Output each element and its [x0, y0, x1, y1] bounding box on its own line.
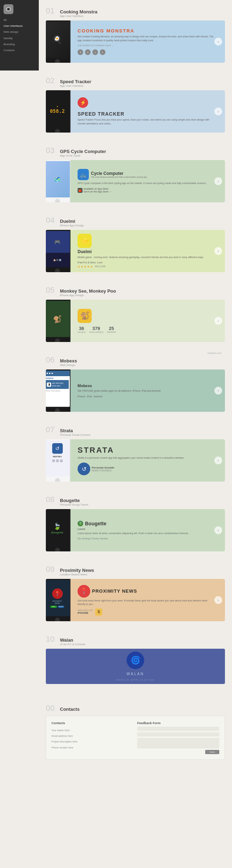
- star-1: ★: [78, 265, 80, 268]
- project-04-card-title: Duelmi: [78, 249, 214, 254]
- project-01-social: f t i r: [78, 49, 214, 55]
- feedback-form-title: Feedback Form: [137, 721, 219, 725]
- instagram-icon[interactable]: i: [92, 49, 98, 55]
- project-07-desc: Strata is a personal content app that ag…: [78, 456, 214, 460]
- project-10-title: Walan: [60, 637, 85, 643]
- project-04-number: 04: [46, 216, 56, 225]
- mobexs-dot-2: [49, 373, 50, 374]
- project-05-next[interactable]: ›: [214, 317, 222, 325]
- project-01-next[interactable]: ›: [214, 38, 222, 45]
- platform-android: Android: [94, 395, 102, 398]
- project-03-next[interactable]: ›: [214, 177, 222, 185]
- project-09-info: Proximity News Location Based News: [60, 568, 94, 576]
- phone-09-mockup: 📍 PROXIMITYNEWS FREE REPORT: [46, 579, 71, 621]
- sidebar-item-identity[interactable]: Identity: [4, 36, 35, 41]
- project-06-number: 06: [46, 355, 56, 365]
- sidebar-item-ui[interactable]: User Interfaces: [4, 24, 35, 28]
- contact-item-2: Email address here: [51, 734, 134, 738]
- project-09-next[interactable]: ›: [214, 596, 222, 604]
- appstore-badge[interactable]: 🍎 Available on App Store Get it on the A…: [78, 188, 214, 194]
- project-04-subtitle: iPhone App Design: [60, 224, 84, 227]
- sidebar-item-branding[interactable]: Branding: [4, 42, 35, 47]
- project-02-subtitle: App User Interface: [60, 84, 91, 87]
- phone-01-screen: 🍳: [46, 22, 70, 58]
- project-02-info: Speed Tracker App User Interface: [60, 79, 91, 87]
- project-03-title: GPS Cycle Computer: [60, 149, 106, 154]
- project-01-number: 01: [46, 6, 56, 16]
- project-06-title: Mobexs: [60, 358, 77, 363]
- sidebar-item-all[interactable]: All: [4, 18, 35, 22]
- project-01-header: 01 Cooking Monstra App User Interface: [39, 0, 232, 20]
- project-06-info: Mobexs Web Design: [60, 358, 77, 367]
- growth-label: Personal Growth: [92, 466, 114, 469]
- project-07-next[interactable]: ›: [214, 457, 222, 464]
- project-10-number: 10: [46, 635, 56, 644]
- project-03-card-title: Cycle Computer: [91, 171, 147, 176]
- project-04-card: 🎮 🏠⚔️🛡️ ⭐ Duelmi Mobile game - coming so…: [46, 230, 225, 272]
- appstore-text: Available on App Store Get it on the App…: [84, 188, 112, 194]
- project-06-desc: WE PROVIDE great mobile apps for all pla…: [78, 389, 214, 393]
- project-07-info: Strata Personal Social Content: [60, 428, 90, 436]
- form-submit-button[interactable]: Send: [205, 750, 219, 754]
- contacts-info: Contacts: [60, 707, 80, 712]
- project-07-content: STRATA Strata is a personal content app …: [76, 446, 214, 476]
- phone-08-home: [55, 548, 60, 551]
- phone-09-screen: 📍 PROXIMITYNEWS FREE REPORT: [46, 580, 70, 616]
- contacts-number: 00: [46, 704, 56, 713]
- project-proximity: 09 Proximity News Location Based News 📍 …: [39, 558, 232, 621]
- project-06-bg: Mobexs WE PROVIDE great mobile apps for …: [65, 369, 225, 412]
- phone-04-mockup: 🎮 🏠⚔️🛡️: [46, 230, 71, 272]
- form-field-1[interactable]: [137, 727, 219, 731]
- facebook-icon[interactable]: f: [78, 49, 83, 55]
- project-09-content: 📍 PROXIMITY NEWS Get local news items ri…: [76, 585, 214, 616]
- project-08-next[interactable]: ›: [214, 526, 222, 534]
- sidebar-item-contacts[interactable]: Contacts: [4, 48, 35, 53]
- project-08-info: Bougette Personal Group Travel: [60, 498, 88, 506]
- phone-07-screen: ↺ NEW IDEA: [46, 440, 70, 477]
- project-05-subtitle: iPhone App Design: [60, 294, 116, 297]
- proximity-availability: AVAILABLE ON IPHONE S: [78, 609, 214, 616]
- phone-06-mockup: MOBEXS 📱 WE PROVIDEgreat apps iPhone • i…: [46, 369, 71, 412]
- sidebar-item-web[interactable]: Web design: [4, 30, 35, 34]
- project-04-next[interactable]: ›: [214, 247, 222, 255]
- project-speed-tracker: 02 Speed Tracker App User Interface ● 05…: [39, 70, 232, 133]
- phone-04-screen: 🎮 🏠⚔️🛡️: [46, 231, 70, 267]
- project-04-desc: Mobile game - coming soon, features amaz…: [78, 256, 214, 259]
- project-01-bg: COOKING MONSTRA We created Cooking Monst…: [65, 20, 225, 63]
- project-05-info: Monkey See, Monkey Poo iPhone App Design: [60, 288, 116, 297]
- star-3: ★: [84, 265, 86, 268]
- project-03-header: 03 GPS Cycle Computer App UI for Cycle: [39, 140, 232, 160]
- twitter-icon[interactable]: t: [85, 49, 91, 55]
- contacts-section: 00 Contacts Contacts Your Name Here Emai…: [39, 691, 232, 766]
- project-08-number: 08: [46, 495, 56, 504]
- stat-awards-label: AWARDS: [107, 331, 116, 333]
- project-06-next[interactable]: ›: [214, 387, 222, 395]
- project-10-card: 🌀 WALAN MOBILE APPLICATION: [46, 649, 225, 684]
- project-07-title: Strata: [60, 428, 90, 433]
- project-09-number: 09: [46, 565, 56, 574]
- project-05-card: 🐒 🐒 36 LEVELS 379 CHALLENGES: [46, 300, 225, 342]
- project-05-header: 05 Monkey See, Monkey Poo iPhone App Des…: [39, 279, 232, 300]
- stat-challenges: 379 CHALLENGES: [89, 326, 103, 333]
- form-field-3[interactable]: [137, 738, 219, 748]
- phone-01-mockup: 🍳: [46, 20, 71, 63]
- project-01-content: COOKING MONSTRA We created Cooking Monst…: [76, 28, 214, 55]
- rss-icon[interactable]: r: [100, 49, 105, 55]
- phone-08-screen: 🍃 Bougette: [46, 510, 70, 546]
- project-09-card: 📍 PROXIMITYNEWS FREE REPORT 📍 PROXIMITY …: [46, 579, 225, 621]
- project-10-header: 10 Walan UI for PC & Console: [39, 628, 232, 649]
- project-09-title: Proximity News: [60, 568, 94, 573]
- project-02-next[interactable]: ›: [214, 108, 222, 115]
- form-field-2[interactable]: [137, 732, 219, 736]
- phone-08-mockup: 🍃 Bougette: [46, 509, 71, 551]
- project-06-subtitle: Web Design: [60, 363, 77, 367]
- contacts-header: 00 Contacts: [46, 697, 225, 716]
- phone-01-home: [55, 59, 60, 63]
- project-duelmi: 04 Duelmi iPhone App Design 🎮 🏠⚔️🛡️ ⭐: [39, 209, 232, 272]
- project-walan: 10 Walan UI for PC & Console 🌀 WALAN MOB…: [39, 628, 232, 684]
- project-02-header: 02 Speed Tracker App User Interface: [39, 70, 232, 90]
- bougette-icon: 🍃: [78, 521, 83, 526]
- project-03-card: 🗺️ 🚲 Cycle Computer The most feature pac…: [46, 160, 225, 202]
- project-02-content: ⚡ SPEED TRACKER Speed Tracker Focus lets…: [76, 97, 214, 126]
- project-03-content: 🚲 Cycle Computer The most feature packed…: [76, 169, 214, 193]
